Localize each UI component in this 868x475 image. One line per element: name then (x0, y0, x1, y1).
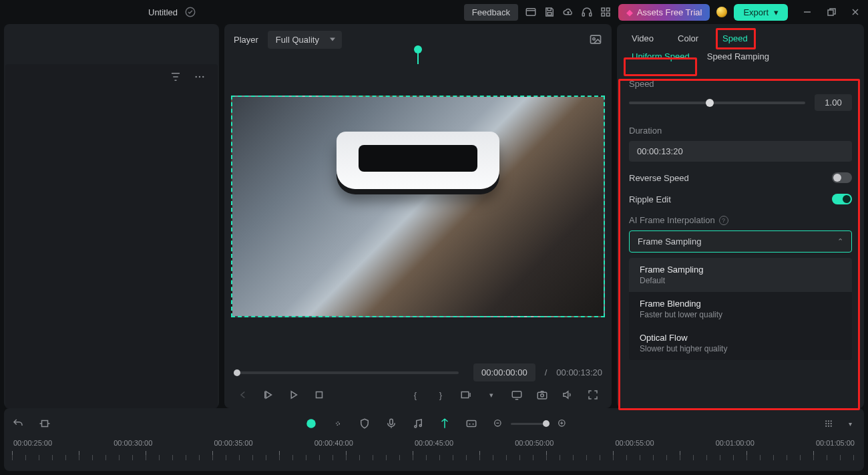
interpolation-menu: Frame Sampling Default Frame Blending Fa… (629, 258, 852, 360)
svg-rect-5 (602, 8, 605, 11)
timeline-ruler[interactable]: 00:00:25:00 00:00:30:00 00:00:35:00 00:0… (12, 439, 856, 464)
tab-color[interactable]: Color (678, 33, 698, 43)
svg-rect-9 (828, 10, 833, 15)
ripple-edit-label: Ripple Edit (629, 194, 671, 204)
profile-avatar-icon[interactable] (716, 7, 727, 17)
feedback-button[interactable]: Feedback (464, 4, 518, 21)
camera-icon[interactable] (535, 388, 549, 402)
undo-icon[interactable] (12, 418, 24, 430)
save-icon[interactable] (544, 6, 556, 18)
interp-option-optical-flow[interactable]: Optical Flow Slower but higher quality (629, 326, 852, 360)
ai-interpolation-text: AI Frame Interpolation (629, 215, 715, 225)
interp-option-frame-sampling[interactable]: Frame Sampling Default (629, 258, 852, 292)
ruler-mark: 00:00:45:00 (415, 439, 453, 447)
subtab-uniform-speed[interactable]: Uniform Speed (632, 50, 690, 63)
svg-rect-2 (548, 13, 552, 15)
interp-option-frame-blending[interactable]: Frame Blending Faster but lower quality (629, 292, 852, 326)
mark-out-icon[interactable]: } (434, 388, 447, 402)
maximize-icon[interactable] (827, 7, 836, 17)
svg-point-19 (541, 394, 544, 398)
apps-grid-icon[interactable] (600, 6, 612, 18)
reverse-speed-toggle[interactable] (832, 172, 852, 183)
duration-input[interactable]: 00:00:13:20 (629, 141, 852, 162)
svg-rect-15 (316, 392, 322, 398)
feedback-label: Feedback (472, 7, 510, 17)
mic-icon[interactable] (385, 418, 397, 430)
svg-rect-18 (537, 392, 547, 399)
cloud-icon[interactable] (562, 6, 574, 18)
play-pause-icon[interactable] (262, 388, 275, 402)
seek-slider[interactable] (234, 371, 459, 374)
mark-in-icon[interactable]: { (409, 388, 422, 402)
svg-rect-7 (602, 13, 605, 17)
layout-icon[interactable] (525, 6, 537, 18)
document-title: Untitled (148, 7, 178, 17)
inspector-panel: Video Color Speed Uniform Speed Speed Ra… (617, 24, 864, 408)
volume-icon[interactable] (561, 388, 574, 402)
tab-video[interactable]: Video (632, 33, 654, 43)
sparkle-icon[interactable] (332, 418, 344, 430)
svg-rect-4 (590, 13, 592, 17)
chevron-down-icon[interactable]: ▾ (485, 388, 498, 402)
ruler-mark: 00:00:40:00 (314, 439, 353, 447)
ruler-mark: 00:01:00:00 (716, 439, 754, 447)
speed-value-input[interactable]: 1.00 (815, 94, 852, 111)
prev-frame-icon[interactable] (236, 388, 250, 402)
filter-icon[interactable] (170, 71, 182, 83)
svg-point-30 (828, 420, 829, 422)
shield-icon[interactable] (359, 418, 371, 430)
svg-rect-23 (390, 419, 393, 424)
headphones-icon[interactable] (581, 6, 593, 18)
info-icon[interactable]: ? (719, 216, 728, 225)
option-sub: Default (640, 276, 841, 285)
tab-speed[interactable]: Speed (722, 33, 748, 43)
zoom-in-icon[interactable] (556, 418, 568, 430)
svg-rect-6 (606, 8, 610, 11)
assets-trial-label: Assets Free Trial (637, 7, 702, 17)
display-icon[interactable] (510, 388, 523, 402)
speed-settings: Speed 1.00 Duration 00:00:13:20 Reverse … (617, 69, 864, 408)
svg-rect-26 (467, 421, 476, 427)
svg-point-36 (828, 426, 829, 427)
more-icon[interactable] (194, 71, 206, 83)
quality-dropdown[interactable]: Full Quality (268, 31, 342, 49)
video-viewer[interactable] (231, 55, 605, 358)
close-icon[interactable] (851, 7, 860, 17)
interpolation-selected: Frame Sampling (638, 236, 701, 247)
fullscreen-icon[interactable] (586, 388, 600, 402)
crop-icon[interactable] (39, 418, 51, 430)
timeline-zoom (492, 418, 568, 430)
subtab-speed-ramping[interactable]: Speed Ramping (707, 50, 769, 63)
minimize-icon[interactable] (803, 7, 812, 17)
assets-trial-button[interactable]: ◆ Assets Free Trial (618, 4, 710, 21)
export-button[interactable]: Export ▾ (734, 4, 788, 21)
zoom-slider[interactable] (511, 423, 550, 425)
speed-slider[interactable] (629, 102, 805, 104)
ruler-mark: 00:00:30:00 (114, 439, 152, 447)
play-icon[interactable] (287, 388, 300, 402)
svg-point-25 (419, 425, 421, 427)
ratio-icon[interactable] (459, 388, 473, 402)
zoom-out-icon[interactable] (492, 418, 504, 430)
snapshot-icon[interactable] (589, 33, 602, 46)
caption-icon[interactable] (465, 418, 477, 430)
svg-rect-16 (461, 392, 469, 398)
option-title: Frame Sampling (640, 265, 841, 275)
music-icon[interactable] (412, 418, 424, 430)
grid-view-icon[interactable] (823, 418, 835, 430)
ai-assistant-icon[interactable] (305, 418, 317, 430)
marker-icon[interactable] (439, 418, 451, 430)
chevron-down-icon[interactable]: ▾ (844, 418, 856, 430)
stop-icon[interactable] (312, 388, 326, 402)
svg-rect-8 (606, 13, 610, 17)
workspace: Player Full Quality 00:00:00:00 / 00:00:… (0, 24, 868, 408)
current-time[interactable]: 00:00:00:00 (473, 363, 535, 381)
svg-point-33 (828, 423, 829, 424)
media-panel (4, 24, 219, 408)
quality-value: Full Quality (276, 35, 319, 45)
window-controls (803, 7, 860, 17)
ripple-edit-toggle[interactable] (832, 194, 852, 204)
playhead-marker-icon[interactable] (414, 45, 422, 53)
media-bin[interactable] (5, 64, 218, 408)
interpolation-dropdown[interactable]: Frame Sampling ⌃ (629, 230, 852, 253)
